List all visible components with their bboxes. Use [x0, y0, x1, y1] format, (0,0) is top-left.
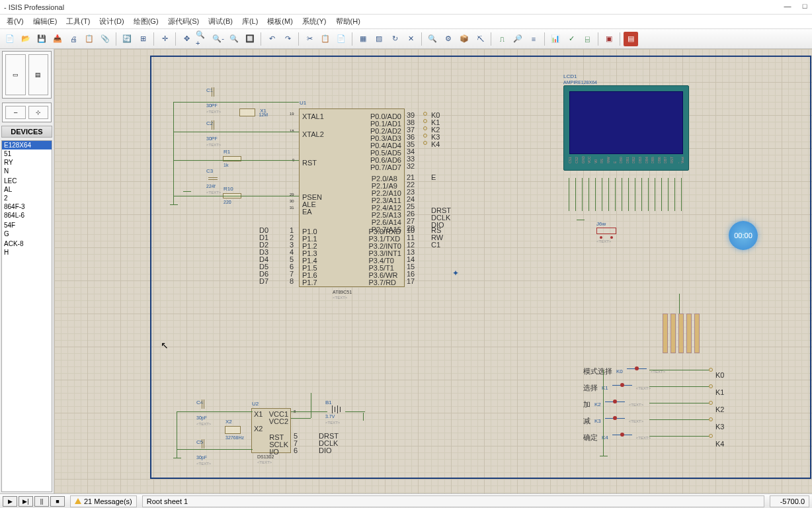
component-k0[interactable]: 模式选择 K0 <TEXT> [583, 366, 665, 376]
tb-print[interactable]: 🖨 [66, 32, 81, 46]
tb-paste-special[interactable]: 📎 [98, 32, 112, 46]
tb-zoom-area[interactable]: 🔲 [243, 32, 257, 46]
device-item-14[interactable]: ACK-8 [2, 239, 52, 248]
component-k1[interactable]: 选择 K1 <TEXT> [583, 383, 651, 393]
tb-pick[interactable]: 🔍 [425, 32, 440, 46]
device-item-2[interactable]: RY [2, 158, 52, 167]
component-x2[interactable]: X2 32768Hz [225, 426, 241, 434]
menu-help[interactable]: 帮助(H) [332, 15, 364, 28]
component-c3[interactable]: C3 224f <TEXT> [206, 168, 221, 195]
menu-system[interactable]: 系统(Y) [298, 15, 331, 28]
tb-make-device[interactable]: ⚙ [441, 32, 456, 46]
tb-new[interactable]: 📄 [3, 32, 17, 46]
wire [173, 160, 299, 161]
lcd-screen [569, 91, 683, 154]
menu-debug[interactable]: 调试(B) [204, 15, 237, 28]
pause-button[interactable]: || [34, 496, 49, 507]
device-item-1[interactable]: 51 [2, 149, 52, 158]
component-c2[interactable]: C2 30PF <TEXT> [206, 120, 221, 148]
menu-design[interactable]: 设计(D) [95, 15, 128, 28]
device-item-7[interactable]: 2 [2, 194, 52, 202]
menu-template[interactable]: 模板(M) [263, 15, 297, 28]
component-c5[interactable]: C5 30pF <TEXT> [196, 439, 211, 466]
messages-panel[interactable]: 21 Message(s) [70, 495, 137, 507]
tb-block-rotate[interactable]: ↻ [387, 32, 402, 46]
tb-decompose[interactable]: ⛏ [473, 32, 487, 46]
tb-zoom-out[interactable]: 🔍- [211, 32, 225, 46]
menu-view[interactable]: 看(V) [3, 15, 28, 28]
component-k4[interactable]: 确定 K4 <TEXT> [583, 433, 651, 443]
device-item-0[interactable]: E128X64 [2, 141, 52, 149]
component-k2[interactable]: 加 K2 <TEXT> [583, 400, 643, 409]
component-u1[interactable]: U1 AT89C51 <TEXT> XTAL1 XTAL2 RST PSEN A… [299, 108, 405, 287]
tb-cut[interactable]: ✂ [302, 32, 317, 46]
tb-block-delete[interactable]: ✕ [403, 32, 418, 46]
wire [649, 419, 709, 420]
menu-library[interactable]: 库(L) [238, 15, 262, 28]
tb-zoom-in[interactable]: 🔍+ [195, 32, 210, 46]
component-c1[interactable]: C1 30PF <TEXT> [206, 87, 221, 114]
device-item-8[interactable]: 864F-3 [2, 202, 52, 211]
device-item-12[interactable]: G [2, 230, 52, 238]
device-item-11[interactable]: 54F [2, 221, 52, 230]
schematic-canvas[interactable]: U1 AT89C51 <TEXT> XTAL1 XTAL2 RST PSEN A… [54, 49, 812, 493]
resistor-network[interactable] [663, 314, 715, 360]
tb-package[interactable]: 📦 [457, 32, 471, 46]
tb-setup[interactable]: 📋 [82, 32, 97, 46]
component-c4[interactable]: C4 30pF <TEXT> [196, 400, 211, 427]
maximize-button[interactable]: □ [800, 1, 809, 11]
tb-zoom-all[interactable]: 🔍 [227, 32, 241, 46]
tb-bom[interactable]: 📊 [548, 32, 563, 46]
nets-d: DRSTDCLKDIO [431, 207, 451, 228]
tb-refresh[interactable]: 🔄 [120, 32, 134, 46]
u1-pins-rst: RST [302, 159, 317, 166]
component-x1[interactable]: X1 12M [239, 108, 255, 116]
minimize-button[interactable]: — [783, 1, 792, 11]
nets-e: E [431, 174, 436, 181]
device-item-9[interactable]: 864L-6 [2, 211, 52, 220]
tb-save[interactable]: 💾 [34, 32, 49, 46]
device-item-6[interactable]: AL [2, 185, 52, 194]
play-button[interactable]: ▶ [3, 496, 17, 507]
tb-open[interactable]: 📂 [19, 32, 33, 46]
tb-block-move[interactable]: ▨ [372, 32, 386, 46]
timer-badge[interactable]: 00:00 [729, 221, 758, 250]
device-item-3[interactable]: N [2, 167, 52, 175]
tb-origin[interactable]: ✛ [157, 32, 172, 46]
component-jsw[interactable]: J6w <TEXT> [596, 228, 616, 234]
tb-property[interactable]: ≡ [526, 32, 541, 46]
tb-import[interactable]: 📥 [50, 32, 65, 46]
stop-button[interactable]: ■ [50, 496, 65, 507]
device-item-5[interactable]: LEC [2, 177, 52, 185]
device-item-15[interactable]: H [2, 248, 52, 257]
component-b1[interactable]: B1 3.7V <TEXT> [325, 400, 345, 425]
device-list[interactable]: E128X64 51 RY N LEC AL 2 864F-3 864L-6 5… [1, 140, 52, 492]
tb-about[interactable]: ▤ [624, 32, 638, 46]
menu-tools[interactable]: 工具(T) [62, 15, 94, 28]
menu-source[interactable]: 源代码(S) [164, 15, 204, 28]
wire [173, 196, 299, 196]
tb-grid[interactable]: ⊞ [136, 32, 150, 46]
menu-edit[interactable]: 编辑(E) [29, 15, 61, 28]
tb-wire-autoroute[interactable]: ⎍ [495, 32, 509, 46]
step-button[interactable]: ▶| [19, 496, 33, 507]
component-u2[interactable]: U2 DS1302 <TEXT> X1 X2 VCC1 VCC2 RST SCL… [251, 408, 291, 453]
u2-ref: U2 [252, 401, 259, 407]
tb-block-copy[interactable]: ▦ [356, 32, 370, 46]
tb-paste[interactable]: 📄 [334, 32, 348, 46]
tb-redo[interactable]: ↷ [280, 32, 295, 46]
tb-undo[interactable]: ↶ [264, 32, 279, 46]
tb-netlist[interactable]: ⌸ [580, 32, 594, 46]
tb-search[interactable]: 🔎 [510, 32, 525, 46]
gnd-icon [173, 458, 181, 463]
component-k3[interactable]: 减 K3 <TEXT> [583, 416, 643, 426]
u1-pins-p3: P3.0/RXD P3.1/TXD P3.2/INT0 P3.3/INT1 P3… [368, 228, 401, 286]
tb-erc[interactable]: ✓ [564, 32, 579, 46]
wire [291, 411, 327, 412]
menu-draw[interactable]: 绘图(G) [130, 15, 163, 28]
tb-pan[interactable]: ✥ [179, 32, 194, 46]
component-lcd[interactable]: LCD1 AMPIRE128X64 CS1CS2GNDVCCV0RSR/WEDB… [563, 85, 689, 178]
tb-ares[interactable]: ▣ [602, 32, 616, 46]
cursor-icon: ↖ [161, 340, 169, 351]
tb-copy[interactable]: 📋 [318, 32, 333, 46]
